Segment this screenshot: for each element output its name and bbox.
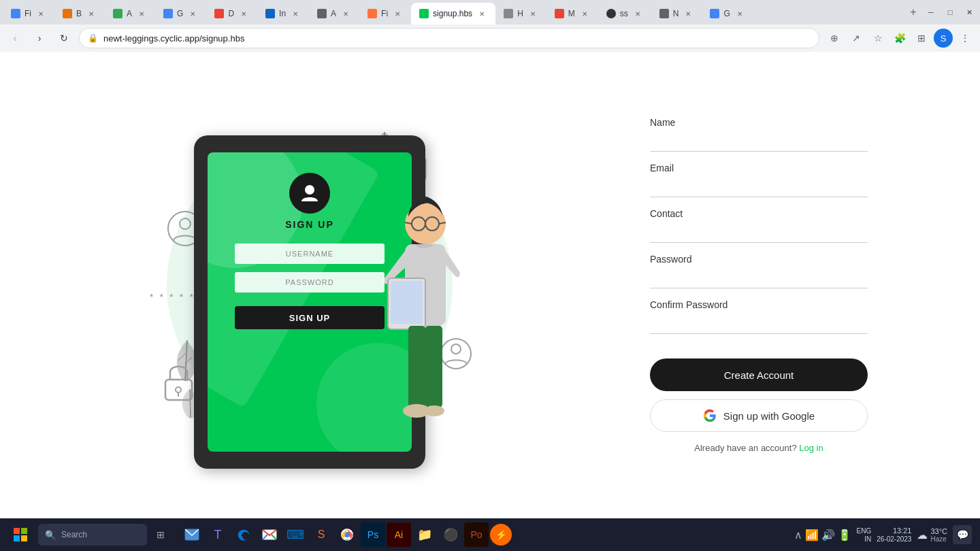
taskbar-app-powerpoint[interactable]: Po [464, 522, 489, 547]
address-bar[interactable]: 🔒 newt-leggings.cyclic.app/signup.hbs [79, 28, 819, 48]
tab-a1[interactable]: A ✕ [105, 3, 155, 24]
tab-favicon [11, 9, 20, 18]
tab-close[interactable]: ✕ [290, 8, 301, 19]
tab-favicon-active [419, 9, 429, 18]
email-input[interactable] [650, 178, 868, 197]
svg-rect-34 [21, 528, 27, 534]
menu-button[interactable]: ⋮ [956, 29, 975, 48]
tab-close[interactable]: ✕ [187, 8, 198, 19]
tab-in[interactable]: In ✕ [257, 3, 309, 24]
volume-icon[interactable]: 🔊 [821, 529, 835, 541]
tab-signup-active[interactable]: signup.hbs ✕ [411, 3, 495, 24]
tab-close[interactable]: ✕ [340, 8, 351, 19]
clock[interactable]: 13:21 26-02-2023 [877, 527, 911, 543]
tab-b[interactable]: B ✕ [54, 3, 105, 24]
extensions-button[interactable]: 🧩 [890, 29, 909, 48]
battery-icon: 🔋 [838, 529, 851, 541]
svg-point-13 [176, 387, 181, 393]
translate-button[interactable]: ⊕ [825, 29, 844, 48]
tab-close[interactable]: ✕ [392, 8, 403, 19]
network-icon[interactable]: 📶 [805, 529, 819, 541]
login-link[interactable]: Log in [799, 443, 823, 453]
start-button[interactable] [8, 522, 33, 547]
confirm-password-label: Confirm Password [650, 299, 868, 310]
email-label: Email [650, 163, 868, 173]
back-button[interactable]: ‹ [5, 29, 24, 48]
taskbar-app-vscode[interactable]: ⌨ [283, 522, 308, 547]
tab-m[interactable]: M ✕ [546, 3, 598, 24]
notification-button[interactable]: 💬 [953, 525, 972, 544]
new-tab-button[interactable]: + [904, 3, 923, 22]
time-display: 13:21 [893, 527, 912, 535]
login-prompt: Already have an account? Log in [650, 443, 868, 453]
chevron-up-icon[interactable]: ∧ [794, 529, 802, 541]
svg-rect-33 [14, 528, 20, 534]
bookmark-button[interactable]: ☆ [868, 29, 887, 48]
profile-switcher[interactable]: ⊞ [912, 29, 931, 48]
taskbar-app-files[interactable]: 📁 [412, 522, 437, 547]
tab-close[interactable]: ✕ [86, 8, 97, 19]
search-bar[interactable]: 🔍 Search [38, 524, 147, 546]
tab-close[interactable]: ✕ [136, 8, 147, 19]
taskbar-app-circle[interactable]: ⚫ [438, 522, 463, 547]
contact-label: Contact [650, 208, 868, 219]
weather-info: 33°C Haze [930, 527, 947, 543]
tab-favicon [659, 9, 669, 18]
region-text: IN [864, 535, 871, 543]
tab-n[interactable]: N ✕ [651, 3, 702, 24]
taskbar-app-orange[interactable]: ⚡ [490, 524, 512, 546]
taskbar-app-chrome[interactable] [335, 522, 359, 547]
create-account-button[interactable]: Create Account [650, 358, 868, 391]
reload-button[interactable]: ↻ [54, 29, 74, 48]
tab-close[interactable]: ✕ [527, 8, 538, 19]
password-input[interactable] [650, 269, 868, 288]
tab-close-active[interactable]: ✕ [476, 8, 487, 19]
close-button[interactable]: ✕ [961, 4, 977, 20]
tab-close[interactable]: ✕ [683, 8, 693, 19]
tab-fi2[interactable]: Fi ✕ [359, 3, 411, 24]
maximize-button[interactable]: □ [942, 4, 958, 20]
tab-label: B [76, 9, 82, 18]
confirm-password-field-container: Confirm Password [650, 299, 868, 334]
share-button[interactable]: ↗ [847, 29, 866, 48]
task-view-button[interactable]: ⊞ [150, 524, 172, 546]
taskbar-app-snake[interactable]: S [309, 522, 333, 547]
confirm-password-input[interactable] [650, 314, 868, 334]
tab-fi[interactable]: Fi ✕ [3, 3, 54, 24]
taskbar-app-edge[interactable] [231, 522, 256, 547]
minimize-button[interactable]: ─ [923, 4, 939, 20]
tab-close[interactable]: ✕ [579, 8, 590, 19]
taskbar-app-teams[interactable]: T [206, 522, 230, 547]
tab-label: Fi [381, 9, 388, 18]
tab-favicon [555, 9, 564, 18]
tab-favicon [606, 9, 616, 18]
contact-input[interactable] [650, 223, 868, 243]
svg-rect-29 [408, 326, 425, 407]
tab-gh[interactable]: ss ✕ [598, 3, 651, 24]
tab-close[interactable]: ✕ [734, 8, 745, 19]
tab-d1[interactable]: D ✕ [206, 3, 257, 24]
taskbar-app-illustrator[interactable]: Ai [387, 522, 411, 547]
name-input[interactable] [650, 132, 868, 152]
taskbar-app-mail[interactable] [180, 522, 204, 547]
tab-g2[interactable]: G ✕ [702, 3, 753, 24]
tab-close[interactable]: ✕ [238, 8, 249, 19]
tab-a2[interactable]: A ✕ [309, 3, 359, 24]
tab-label: D [228, 9, 234, 18]
signup-submit-btn: SIGN UP [235, 306, 385, 329]
notification-icon: 💬 [957, 529, 968, 540]
tab-g1[interactable]: G ✕ [155, 3, 206, 24]
taskbar-app-gmail[interactable] [257, 522, 282, 547]
tab-favicon [214, 9, 224, 18]
tab-close[interactable]: ✕ [35, 8, 46, 19]
svg-point-19 [305, 185, 314, 195]
tab-bar-inner: Fi ✕ B ✕ A ✕ G ✕ D ✕ [3, 0, 901, 24]
svg-rect-35 [14, 535, 20, 541]
taskbar-app-photoshop[interactable]: Ps [361, 522, 385, 547]
google-signup-button[interactable]: Sign up with Google [650, 399, 868, 432]
tab-close[interactable]: ✕ [632, 8, 643, 19]
tab-h[interactable]: H ✕ [495, 3, 546, 24]
tab-bar: Fi ✕ B ✕ A ✕ G ✕ D ✕ [0, 0, 980, 24]
forward-button[interactable]: › [30, 29, 49, 48]
profile-avatar[interactable]: S [934, 29, 953, 48]
